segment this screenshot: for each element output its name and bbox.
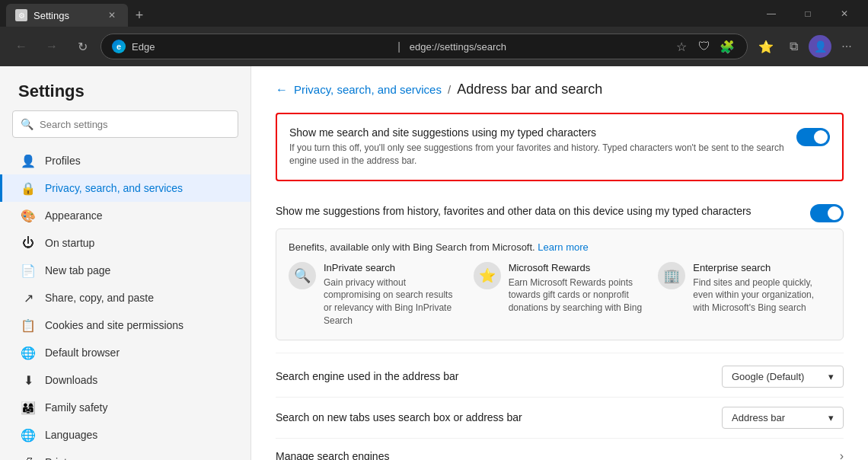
sidebar: Settings 🔍 👤 Profiles 🔒 Privacy, search,… [0, 66, 251, 460]
sidebar-item-appearance[interactable]: 🎨 Appearance [0, 202, 251, 229]
close-button[interactable]: ✕ [827, 0, 862, 27]
breadcrumb: ← Privacy, search, and services / Addres… [276, 81, 844, 97]
breadcrumb-parent-link[interactable]: Privacy, search, and services [294, 83, 442, 96]
toggle1-switch[interactable] [796, 128, 830, 146]
benefits-box: Benefits, available only with Bing Searc… [276, 228, 844, 340]
sidebar-item-startup[interactable]: ⏻ On startup [0, 229, 251, 257]
address-url: edge://settings/search [410, 41, 666, 53]
printers-icon: 🖨 [21, 455, 36, 460]
default-label: Default browser [45, 347, 120, 359]
tab-close-button[interactable]: ✕ [105, 8, 119, 22]
sidebar-item-family[interactable]: 👨‍👩‍👧 Family safety [0, 394, 251, 421]
collections-icon[interactable]: ⭐ [754, 34, 778, 59]
search-suggestions-box: Show me search and site suggestions usin… [276, 113, 844, 181]
edge-logo: e [112, 40, 126, 53]
sidebar-item-languages[interactable]: 🌐 Languages [0, 421, 251, 449]
sidebar-item-profiles[interactable]: 👤 Profiles [0, 147, 251, 174]
share-icon: ↗ [21, 290, 36, 305]
manage-engines-label: Manage search engines [276, 450, 389, 460]
benefit-icon-1: ⭐ [474, 262, 501, 289]
toggle1-desc: If you turn this off, you'll only see su… [289, 142, 784, 168]
benefit-item-2: 🏢 Enterprise search Find sites and peopl… [658, 262, 831, 327]
minimize-button[interactable]: — [754, 0, 789, 27]
sidebar-item-cookies[interactable]: 📋 Cookies and site permissions [0, 311, 251, 339]
benefit-title-2: Enterprise search [693, 262, 831, 273]
search-box[interactable]: 🔍 [12, 110, 238, 138]
learn-more-link[interactable]: Learn more [538, 241, 588, 253]
family-icon: 👨‍👩‍👧 [21, 400, 36, 415]
search-engine-value: Google (Default) [732, 371, 804, 382]
toggle-row-1: Show me search and site suggestions usin… [289, 126, 830, 168]
benefits-title: Benefits, available only with Bing Searc… [289, 241, 831, 253]
maximize-button[interactable]: □ [790, 0, 825, 27]
tab-title: Settings [34, 10, 99, 21]
family-label: Family safety [45, 401, 107, 414]
search-engine-label: Search engine used in the address bar [276, 370, 459, 382]
benefit-item-1: ⭐ Microsoft Rewards Earn Microsoft Rewar… [474, 262, 646, 327]
languages-icon: 🌐 [21, 427, 36, 442]
back-button[interactable]: ← [9, 34, 34, 59]
split-view-icon[interactable]: ⧉ [781, 34, 806, 59]
search-tabs-value: Address bar [732, 412, 785, 423]
startup-icon: ⏻ [21, 235, 36, 251]
newtab-label: New tab page [45, 264, 110, 276]
toggle2-switch[interactable] [810, 204, 844, 222]
profiles-label: Profiles [45, 155, 81, 167]
sidebar-item-default[interactable]: 🌐 Default browser [0, 339, 251, 366]
benefit-icon-0: 🔍 [289, 262, 316, 289]
share-label: Share, copy, and paste [45, 292, 154, 304]
dropdown-chevron-2: ▾ [828, 412, 834, 423]
address-separator: | [394, 40, 404, 53]
benefit-item-0: 🔍 InPrivate search Gain privacy without … [289, 262, 461, 327]
appearance-icon: 🎨 [21, 208, 36, 223]
sidebar-item-newtab[interactable]: 📄 New tab page [0, 257, 251, 284]
startup-label: On startup [45, 237, 94, 249]
main-layout: Settings 🔍 👤 Profiles 🔒 Privacy, search,… [0, 66, 868, 460]
benefit-icon-2: 🏢 [658, 262, 685, 289]
newtab-icon: 📄 [21, 263, 36, 278]
search-icon: 🔍 [21, 118, 34, 130]
search-engine-dropdown[interactable]: Google (Default) ▾ [722, 366, 844, 388]
benefit-title-0: InPrivate search [324, 262, 461, 273]
search-engine-row: Search engine used in the address bar Go… [276, 356, 844, 398]
title-bar: ⚙ Settings ✕ + — □ ✕ [0, 0, 868, 27]
refresh-button[interactable]: ↻ [70, 34, 94, 59]
benefits-grid: 🔍 InPrivate search Gain privacy without … [289, 262, 831, 327]
cookies-icon: 📋 [21, 318, 36, 333]
appearance-label: Appearance [45, 209, 103, 222]
nav-list: 👤 Profiles 🔒 Privacy, search, and servic… [0, 147, 251, 460]
toolbar-icons: ⭐ ⧉ 👤 ··· [754, 34, 859, 59]
sidebar-item-share[interactable]: ↗ Share, copy, and paste [0, 284, 251, 311]
toggle2-content: Show me suggestions from history, favori… [276, 205, 810, 220]
search-tabs-dropdown[interactable]: Address bar ▾ [722, 407, 844, 429]
toggle1-title: Show me search and site suggestions usin… [289, 126, 784, 139]
more-options-icon[interactable]: ··· [834, 34, 859, 59]
search-tabs-label: Search on new tabs uses search box or ad… [276, 411, 522, 423]
shield-icon[interactable]: 🛡 [695, 37, 713, 56]
benefit-title-1: Microsoft Rewards [509, 262, 646, 273]
cookies-label: Cookies and site permissions [45, 319, 183, 331]
forward-button[interactable]: → [40, 34, 64, 59]
new-tab-button[interactable]: + [128, 4, 151, 27]
star-icon[interactable]: ☆ [672, 37, 691, 56]
printers-label: Printers [45, 456, 81, 460]
sidebar-title: Settings [0, 66, 251, 110]
extension-icon[interactable]: 🧩 [718, 37, 736, 56]
dropdown-chevron: ▾ [828, 371, 834, 382]
sidebar-item-privacy[interactable]: 🔒 Privacy, search, and services [0, 174, 251, 202]
downloads-icon: ⬇ [21, 372, 36, 388]
manage-chevron: › [840, 449, 844, 460]
sidebar-item-downloads[interactable]: ⬇ Downloads [0, 366, 251, 394]
search-input[interactable] [40, 119, 230, 130]
privacy-icon: 🔒 [21, 180, 36, 196]
breadcrumb-separator: / [448, 83, 451, 96]
address-icons: ☆ 🛡 🧩 [672, 37, 736, 56]
profile-avatar[interactable]: 👤 [809, 35, 831, 58]
breadcrumb-back-arrow[interactable]: ← [276, 83, 288, 97]
tab-favicon: ⚙ [15, 9, 27, 21]
profiles-icon: 👤 [21, 153, 36, 168]
active-tab[interactable]: ⚙ Settings ✕ [6, 4, 128, 27]
manage-engines-row[interactable]: Manage search engines › [276, 439, 844, 460]
sidebar-item-printers[interactable]: 🖨 Printers [0, 449, 251, 460]
address-input[interactable]: e Edge | edge://settings/search ☆ 🛡 🧩 [101, 34, 748, 59]
